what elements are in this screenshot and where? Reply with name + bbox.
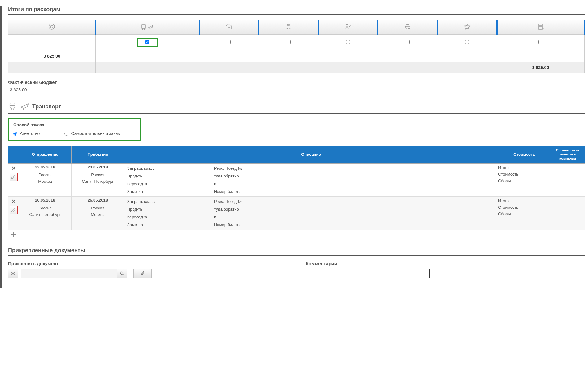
desc-transfer: пересадка — [127, 182, 214, 186]
attach-doc-label: Прикрепить документ — [8, 261, 287, 266]
price-total-label: Итого — [498, 199, 551, 203]
radio-self-text: Самостоятельный заказ — [71, 131, 120, 136]
radio-self-label[interactable]: Самостоятельный заказ — [64, 131, 120, 136]
transport-checkbox[interactable] — [145, 40, 149, 44]
transport-checkbox-highlight — [137, 38, 158, 47]
train-plane-icon — [141, 26, 154, 31]
desc-roundtrip: туда/обратно — [214, 174, 495, 178]
svg-text:H: H — [228, 26, 230, 29]
arr-country: Россия — [72, 173, 124, 177]
star-icon — [463, 26, 472, 31]
col-price: Стоимость — [498, 146, 551, 164]
price-price-label: Стоимость — [498, 172, 551, 177]
desc-ticket-no: Номер билета — [214, 222, 495, 227]
order-method-box: Способ заказа Агентство Самостоятельный … — [8, 118, 141, 141]
attachment-clip-button[interactable] — [133, 269, 152, 278]
svg-line-31 — [123, 274, 124, 275]
desc-duration: Прод-ть: — [127, 174, 214, 178]
price-fees-label: Сборы — [498, 212, 551, 216]
price-price-label: Стоимость — [498, 205, 551, 210]
expense-summary-table: H — [8, 20, 585, 73]
svg-point-10 — [346, 24, 348, 26]
train-icon — [8, 102, 17, 112]
svg-point-12 — [406, 28, 407, 29]
col-description: Описание — [124, 146, 498, 164]
perdiem-checkbox[interactable] — [346, 40, 350, 44]
dep-date: 26.05.2018 — [19, 198, 71, 203]
add-row-button[interactable] — [10, 230, 18, 238]
desc-in: в — [214, 182, 495, 186]
plate-icon — [47, 26, 56, 31]
transport-title-text: Транспорт — [32, 103, 61, 110]
price-total-label: Итого — [498, 165, 551, 170]
dep-country: Россия — [19, 173, 71, 177]
hotel-icon: H — [224, 26, 234, 31]
car-checkbox[interactable] — [406, 40, 410, 44]
radio-agency[interactable] — [13, 132, 17, 136]
svg-rect-11 — [405, 26, 410, 28]
svg-point-9 — [289, 28, 290, 29]
expense-total-amount: 3 825.00 — [497, 62, 584, 73]
svg-rect-7 — [287, 24, 289, 25]
dep-city: Санкт-Петербург — [19, 212, 71, 217]
arr-city: Санкт-Петербург — [72, 179, 124, 184]
delete-row-button[interactable] — [10, 197, 18, 205]
svg-point-8 — [287, 28, 288, 29]
radio-agency-label[interactable]: Агентство — [13, 131, 40, 136]
comments-input[interactable] — [306, 269, 430, 278]
price-fees-label: Сборы — [498, 178, 551, 183]
radio-self[interactable] — [64, 132, 68, 136]
order-method-title: Способ заказа — [13, 122, 136, 127]
taxi-icon — [284, 26, 293, 31]
col-policy: Соответствие политике компании — [551, 146, 585, 164]
misc-checkbox[interactable] — [465, 40, 469, 44]
hotel-checkbox[interactable] — [227, 40, 231, 44]
svg-point-30 — [121, 272, 123, 274]
desc-transfer: пересадка — [127, 215, 214, 219]
edit-row-button[interactable] — [10, 206, 18, 214]
expense-cat-other: $ — [497, 20, 584, 35]
transport-table: Отправление Прибытие Описание Стоимость … — [8, 146, 585, 241]
expense-row-amount: 3 825.00 — [8, 50, 96, 62]
arr-country: Россия — [72, 206, 124, 210]
svg-text:$: $ — [542, 27, 544, 30]
expense-cat-transport — [96, 20, 199, 35]
col-departure: Отправление — [19, 146, 72, 164]
svg-point-20 — [11, 108, 12, 109]
attachment-search-button[interactable] — [117, 269, 127, 278]
arr-date: 23.05.2018 — [72, 165, 124, 169]
svg-point-1 — [50, 25, 53, 28]
edit-row-button[interactable] — [10, 173, 18, 181]
attachment-close-button[interactable] — [8, 269, 18, 278]
expense-cat-taxi — [259, 20, 318, 35]
expense-cat-misc — [437, 20, 497, 35]
expense-cat-meals — [8, 20, 96, 35]
transport-row: 26.05.2018 Россия Санкт-Петербург 26.05.… — [8, 196, 585, 230]
arr-date: 26.05.2018 — [72, 198, 124, 203]
expense-cat-car — [378, 20, 437, 35]
receipt-icon: $ — [536, 26, 545, 31]
svg-point-3 — [142, 29, 143, 30]
dep-country: Россия — [19, 206, 71, 210]
person-check-icon — [343, 26, 353, 31]
delete-row-button[interactable] — [10, 164, 18, 172]
desc-duration: Прод-ть: — [127, 207, 214, 212]
desc-req-class: Запраш. класс — [127, 199, 214, 204]
other-checkbox[interactable] — [538, 40, 542, 44]
actual-budget-label: Фактический бюджет — [8, 80, 585, 85]
transport-row: 23.05.2018 Россия Москва 23.05.2018 Росс… — [8, 163, 585, 196]
expense-cat-hotel: H — [199, 20, 259, 35]
radio-agency-text: Агентство — [20, 131, 40, 136]
desc-flight-train: Рейс, Поезд № — [214, 199, 495, 204]
svg-point-0 — [49, 24, 55, 29]
taxi-checkbox[interactable] — [287, 40, 291, 44]
attachment-input[interactable] — [21, 269, 117, 278]
car-crown-icon — [403, 26, 412, 31]
svg-point-21 — [13, 108, 14, 109]
arr-city: Москва — [72, 212, 124, 217]
col-actions — [8, 146, 19, 164]
svg-point-13 — [408, 28, 409, 29]
actual-budget-value: 3 825.00 — [10, 87, 585, 92]
dep-date: 23.05.2018 — [19, 165, 71, 169]
svg-rect-6 — [286, 26, 291, 28]
